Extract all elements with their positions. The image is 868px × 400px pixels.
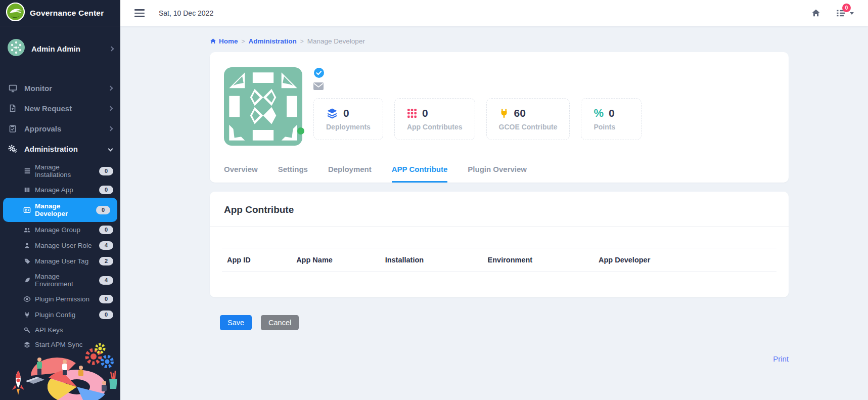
sidebar-item-manage-developer[interactable]: Manage Developer 0 (3, 198, 117, 222)
leaf-icon (23, 277, 31, 284)
stat-label: App Contributes (407, 123, 463, 131)
table-empty-body (222, 272, 776, 273)
breadcrumb-label: Administration (249, 37, 297, 45)
sidebar-item-monitor[interactable]: Monitor (0, 78, 120, 98)
plug-icon (499, 108, 509, 118)
hamburger-menu-icon[interactable] (134, 9, 145, 17)
profile-tabs: Overview Settings Deployment APP Contrib… (224, 165, 774, 183)
count-badge: 4 (99, 276, 113, 285)
topbar: Sat, 10 Dec 2022 0 (120, 0, 868, 26)
sidebar-item-label: Manage Group (35, 226, 80, 234)
chevron-right-icon (108, 126, 113, 131)
user-avatar (7, 38, 25, 59)
sidebar-item-new-request[interactable]: New Request (0, 98, 120, 118)
sidebar-item-plugin-config[interactable]: Plugin Config 0 (0, 307, 120, 323)
form-actions: Save Cancel (220, 315, 789, 330)
app-logo-icon (6, 3, 25, 23)
column-header-environment: Environment (483, 248, 593, 272)
notification-count-badge: 0 (842, 4, 851, 12)
breadcrumb-current: Manage Developer (307, 37, 365, 45)
count-badge: 4 (99, 241, 113, 250)
column-header-app-developer: App Developer (593, 248, 776, 272)
sidebar-nav: Monitor New Request Approvals (0, 70, 120, 400)
email-icon[interactable] (313, 82, 642, 92)
tab-app-contribute[interactable]: APP Contribute (392, 165, 448, 183)
tab-settings[interactable]: Settings (278, 165, 308, 183)
home-button[interactable] (811, 9, 820, 18)
sidebar-item-label: Approvals (24, 124, 61, 133)
developer-profile-card: 0 Deployments 0 App Contributes (210, 52, 789, 183)
stat-label: GCOE Contribute (499, 123, 558, 131)
sidebar-item-manage-installations[interactable]: Manage Installations 0 (0, 160, 120, 182)
gears-icon (8, 144, 17, 153)
breadcrumb-label: Home (219, 37, 238, 45)
sidebar-item-label: Manage User Role (35, 242, 92, 249)
sidebar-item-manage-environment[interactable]: Manage Environment 4 (0, 269, 120, 291)
count-badge: 0 (96, 206, 110, 214)
app-contribute-card: App Contribute App ID App Name Installat… (210, 192, 789, 297)
stat-value: 60 (514, 107, 526, 119)
clipboard-check-icon (8, 124, 17, 133)
developer-avatar (224, 67, 302, 146)
sidebar-item-manage-user-tag[interactable]: Manage User Tag 2 (0, 253, 120, 269)
user-icon (23, 242, 31, 249)
file-icon (8, 104, 17, 113)
count-badge: 2 (99, 257, 113, 265)
sidebar-user[interactable]: Admin Admin (0, 26, 120, 70)
cancel-button[interactable]: Cancel (261, 315, 299, 330)
chevron-right-icon (109, 46, 114, 51)
bars-icon (23, 186, 31, 194)
footer: Print (210, 354, 789, 364)
tab-plugin-overview[interactable]: Plugin Overview (468, 165, 527, 183)
plug-icon (23, 311, 31, 319)
count-badge: 0 (99, 186, 113, 194)
sidebar-item-label: Start APM Sync (35, 341, 83, 348)
id-card-icon (23, 206, 31, 214)
breadcrumb-home[interactable]: Home (210, 37, 238, 45)
breadcrumb-administration[interactable]: Administration (249, 37, 297, 45)
stat-label: Deployments (326, 123, 371, 131)
sidebar-item-approvals[interactable]: Approvals (0, 118, 120, 139)
column-header-app-name: App Name (291, 248, 380, 272)
breadcrumb: Home > Administration > Manage Developer (210, 37, 789, 45)
column-header-installation: Installation (380, 248, 483, 272)
administration-submenu: Manage Installations 0 Manage App 0 Mana… (0, 159, 120, 354)
sidebar-item-api-keys[interactable]: API Keys (0, 323, 120, 337)
monitor-icon (8, 83, 17, 93)
topbar-actions: 0 (811, 8, 854, 18)
stat-label: Points (593, 123, 629, 131)
main-area: Sat, 10 Dec 2022 0 Home (120, 0, 868, 400)
table-header-row: App ID App Name Installation Environment… (222, 248, 776, 272)
sidebar-item-label: API Keys (35, 326, 63, 334)
stat-value: 0 (343, 107, 349, 119)
eye-icon (23, 295, 31, 303)
chevron-right-icon (108, 106, 113, 111)
home-icon (811, 9, 820, 18)
sidebar-item-manage-app[interactable]: Manage App 0 (0, 182, 120, 198)
section-title: App Contribute (210, 192, 789, 227)
stat-value: 0 (609, 107, 615, 119)
stat-app-contributes: 0 App Contributes (394, 98, 475, 140)
tab-deployment[interactable]: Deployment (328, 165, 372, 183)
sidebar-item-start-apm-sync[interactable]: Start APM Sync (0, 337, 120, 352)
sidebar-item-manage-user-role[interactable]: Manage User Role 4 (0, 238, 120, 253)
sidebar-item-label: Plugin Permission (35, 295, 89, 303)
tag-icon (23, 257, 31, 265)
sidebar-item-administration[interactable]: Administration (0, 139, 120, 159)
save-button[interactable]: Save (220, 315, 252, 330)
page-content: Home > Administration > Manage Developer (120, 26, 868, 400)
verified-badge-icon (313, 67, 325, 78)
sidebar-item-label: Manage Environment (35, 273, 95, 288)
sidebar-item-manage-group[interactable]: Manage Group 0 (0, 222, 120, 238)
sidebar: Governance Center Admin Admin (0, 0, 120, 400)
key-icon (23, 326, 31, 334)
column-header-app-id: App ID (222, 248, 291, 272)
sidebar-item-plugin-permission[interactable]: Plugin Permission 0 (0, 291, 120, 307)
print-link[interactable]: Print (773, 354, 789, 363)
online-status-dot (297, 127, 304, 135)
user-menu-button[interactable]: 0 (836, 8, 854, 18)
tab-overview[interactable]: Overview (224, 165, 258, 183)
sidebar-item-label: Administration (24, 145, 78, 153)
stat-deployments: 0 Deployments (313, 98, 383, 140)
app-title: Governance Center (30, 9, 104, 18)
